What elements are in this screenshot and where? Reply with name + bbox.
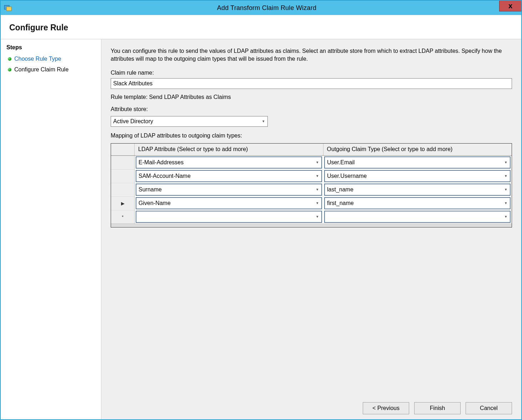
chevron-down-icon: ▾: [505, 160, 507, 165]
outgoing-claim-value: first_name: [327, 200, 354, 206]
chevron-down-icon: ▾: [316, 201, 318, 205]
page-header-strip: Configure Rule: [1, 15, 521, 39]
chevron-down-icon: ▾: [316, 187, 318, 192]
outgoing-claim-cell[interactable]: first_name ▾: [324, 197, 511, 209]
chevron-down-icon: ▾: [316, 214, 318, 219]
svg-rect-1: [6, 7, 11, 11]
chevron-down-icon: ▾: [505, 214, 507, 219]
outgoing-claim-cell[interactable]: User.Username ▾: [324, 170, 511, 182]
window-title: Add Transform Claim Rule Wizard: [12, 4, 521, 12]
wizard-window: Add Transform Claim Rule Wizard x Config…: [0, 0, 522, 420]
table-row: Surname ▾ last_name ▾: [111, 183, 512, 196]
app-icon: [4, 4, 12, 12]
ldap-attribute-cell[interactable]: E-Mail-Addresses ▾: [136, 156, 322, 169]
page-title: Configure Rule: [9, 23, 513, 32]
mapping-table: LDAP Attribute (Select or type to add mo…: [111, 143, 512, 228]
table-row: SAM-Account-Name ▾ User.Username ▾: [111, 169, 512, 183]
cancel-button[interactable]: Cancel: [466, 402, 512, 414]
steps-nav: Steps Choose Rule Type Configure Claim R…: [1, 39, 101, 419]
outgoing-claim-cell[interactable]: last_name ▾: [324, 184, 511, 196]
claim-rule-name-input[interactable]: [111, 78, 512, 89]
step-choose-rule-type[interactable]: Choose Rule Type: [1, 54, 101, 64]
rule-template-text: Rule template: Send LDAP Attributes as C…: [111, 94, 512, 100]
table-row: ▶ Given-Name ▾ first_name ▾: [111, 196, 512, 210]
chevron-down-icon: ▾: [505, 174, 507, 178]
step-bullet-icon: [8, 68, 11, 71]
table-row: * ▾ ▾: [111, 210, 512, 224]
mapping-label: Mapping of LDAP attributes to outgoing c…: [111, 132, 512, 139]
ldap-attribute-column-header: LDAP Attribute (Select or type to add mo…: [135, 144, 323, 155]
close-button[interactable]: x: [499, 1, 521, 11]
ldap-attribute-cell[interactable]: Surname ▾: [136, 184, 322, 196]
step-configure-claim-rule[interactable]: Configure Claim Rule: [1, 64, 101, 75]
table-row: E-Mail-Addresses ▾ User.Email ▾: [111, 156, 512, 169]
outgoing-claim-column-header: Outgoing Claim Type (Select or type to a…: [323, 144, 512, 155]
ldap-attribute-cell[interactable]: Given-Name ▾: [136, 197, 322, 209]
ldap-attribute-cell[interactable]: SAM-Account-Name ▾: [136, 170, 322, 182]
ldap-attribute-value: Given-Name: [139, 200, 171, 206]
ldap-attribute-cell[interactable]: ▾: [136, 211, 322, 223]
chevron-down-icon: ▾: [262, 119, 265, 124]
row-marker[interactable]: [111, 183, 135, 196]
row-marker[interactable]: ▶: [111, 196, 135, 210]
ldap-attribute-value: Surname: [139, 186, 162, 193]
row-marker[interactable]: [111, 156, 135, 169]
steps-heading: Steps: [1, 42, 101, 54]
finish-button[interactable]: Finish: [414, 402, 461, 414]
content-panel: You can configure this rule to send the …: [101, 39, 521, 419]
chevron-down-icon: ▾: [316, 174, 318, 178]
attribute-store-dropdown[interactable]: Active Directory ▾: [111, 116, 268, 127]
chevron-down-icon: ▾: [505, 187, 507, 192]
titlebar: Add Transform Claim Rule Wizard x: [1, 1, 521, 15]
wizard-body: Steps Choose Rule Type Configure Claim R…: [1, 39, 521, 419]
instruction-text: You can configure this rule to send the …: [111, 47, 512, 63]
attribute-store-value: Active Directory: [113, 118, 153, 125]
step-label: Choose Rule Type: [14, 56, 61, 62]
chevron-down-icon: ▾: [505, 201, 507, 205]
outgoing-claim-cell[interactable]: User.Email ▾: [324, 156, 511, 169]
wizard-button-row: < Previous Finish Cancel: [111, 397, 512, 414]
step-label: Configure Claim Rule: [14, 66, 69, 73]
outgoing-claim-cell[interactable]: ▾: [324, 211, 511, 223]
outgoing-claim-value: User.Email: [327, 159, 355, 166]
row-marker[interactable]: *: [111, 210, 135, 224]
mapping-table-header: LDAP Attribute (Select or type to add mo…: [111, 144, 512, 156]
attribute-store-label: Attribute store:: [111, 106, 512, 112]
ldap-attribute-value: E-Mail-Addresses: [139, 159, 184, 166]
row-marker[interactable]: [111, 169, 135, 183]
mapping-row-header-blank: [111, 144, 135, 155]
outgoing-claim-value: last_name: [327, 186, 353, 193]
outgoing-claim-value: User.Username: [327, 173, 367, 179]
previous-button[interactable]: < Previous: [363, 402, 409, 414]
chevron-down-icon: ▾: [316, 160, 318, 165]
claim-rule-name-label: Claim rule name:: [111, 70, 512, 76]
step-bullet-icon: [8, 57, 11, 61]
table-footer-scroll: [111, 224, 512, 227]
ldap-attribute-value: SAM-Account-Name: [139, 173, 191, 179]
